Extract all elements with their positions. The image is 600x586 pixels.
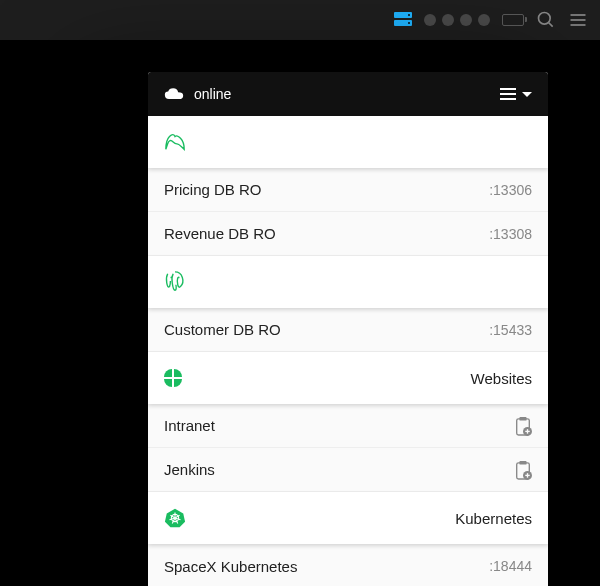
chevron-down-icon: [522, 92, 532, 97]
list-item[interactable]: Pricing DB RO :13306: [148, 168, 548, 212]
status-dots: [424, 14, 490, 26]
hamburger-icon: [500, 88, 516, 100]
clipboard-add-icon[interactable]: [514, 416, 532, 436]
section-label: Kubernetes: [455, 510, 532, 527]
list-item[interactable]: Intranet: [148, 404, 548, 448]
item-port: :13308: [489, 226, 532, 242]
svg-point-0: [539, 13, 551, 25]
item-port: :15433: [489, 322, 532, 338]
connections-panel: online Pricing DB RO :13306 Revenue DB R…: [148, 72, 548, 586]
k8s-icon: [164, 507, 186, 529]
section-header-kubernetes[interactable]: Kubernetes: [148, 492, 548, 544]
svg-line-1: [549, 23, 553, 27]
server-icon[interactable]: [394, 12, 412, 28]
svg-point-6: [178, 277, 180, 279]
svg-rect-8: [519, 417, 526, 421]
section-header-postgres[interactable]: [148, 256, 548, 308]
item-name: Customer DB RO: [164, 321, 281, 338]
list-item[interactable]: Customer DB RO :15433: [148, 308, 548, 352]
section-header-websites[interactable]: Websites: [148, 352, 548, 404]
section-header-mysql[interactable]: [148, 116, 548, 168]
postgres-icon: [164, 270, 186, 294]
item-name: Jenkins: [164, 461, 215, 478]
svg-rect-13: [519, 461, 526, 465]
item-name: Revenue DB RO: [164, 225, 276, 242]
list-item[interactable]: Revenue DB RO :13308: [148, 212, 548, 256]
mysql-icon: [164, 131, 186, 153]
item-port: :18444: [489, 558, 532, 574]
topbar: [0, 0, 600, 40]
svg-point-5: [170, 277, 172, 279]
section-label: Websites: [471, 370, 532, 387]
item-name: Intranet: [164, 417, 215, 434]
status-text: online: [194, 86, 231, 102]
panel-menu-button[interactable]: [500, 88, 532, 100]
cloud-icon: [164, 87, 184, 101]
clipboard-add-icon[interactable]: [514, 460, 532, 480]
list-item[interactable]: SpaceX Kubernetes :18444: [148, 544, 548, 586]
battery-icon: [502, 14, 524, 26]
globe-icon: [164, 369, 182, 387]
item-name: Pricing DB RO: [164, 181, 262, 198]
search-icon[interactable]: [536, 10, 556, 30]
item-port: :13306: [489, 182, 532, 198]
panel-header: online: [148, 72, 548, 116]
menu-icon[interactable]: [568, 10, 588, 30]
list-item[interactable]: Jenkins: [148, 448, 548, 492]
item-name: SpaceX Kubernetes: [164, 558, 297, 575]
